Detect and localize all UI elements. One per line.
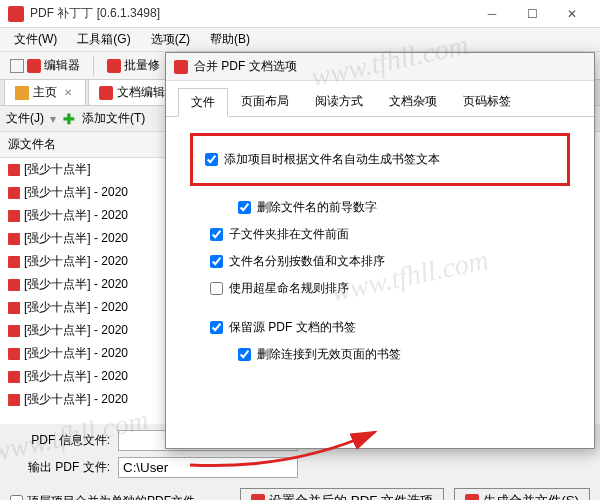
dialog-tabs: 文件 页面布局 阅读方式 文档杂项 页码标签 (166, 81, 594, 117)
file-name-text: [强少十点半] - 2020 (24, 253, 128, 270)
pdfinfo-label: PDF 信息文件: (10, 432, 110, 449)
window-controls: ─ ☐ ✕ (472, 1, 592, 27)
list-item[interactable]: [强少十点半] - 2020 (0, 365, 179, 388)
files-menu-label[interactable]: 文件(J) (6, 110, 44, 127)
file-panel: 源文件名 [强少十点半][强少十点半] - 2020[强少十点半] - 2020… (0, 132, 180, 424)
file-name-text: [强少十点半] - 2020 (24, 184, 128, 201)
toolbar-batch-label: 批量修 (124, 57, 160, 74)
list-item[interactable]: [强少十点半] - 2020 (0, 250, 179, 273)
doc-icon (99, 86, 113, 100)
pdf-icon (465, 494, 479, 500)
title-bar: PDF 补丁丁 [0.6.1.3498] ─ ☐ ✕ (0, 0, 600, 28)
tab-docedit[interactable]: 文档编辑 (88, 79, 176, 105)
pdf-icon (107, 59, 121, 73)
add-icon: ✚ (62, 112, 76, 126)
cb-keep-bm[interactable] (210, 321, 223, 334)
list-item[interactable]: [强少十点半] - 2020 (0, 273, 179, 296)
tab-home[interactable]: 主页 ✕ (4, 79, 86, 105)
list-item[interactable]: [强少十点半] - 2020 (0, 181, 179, 204)
cb-del-invalid[interactable] (238, 348, 251, 361)
dialog-tab-misc[interactable]: 文档杂项 (376, 87, 450, 116)
cb-sort-label: 文件名分别按数值和文本排序 (229, 253, 385, 270)
add-files-label[interactable]: 添加文件(T) (82, 110, 145, 127)
pdf-icon (251, 494, 265, 500)
pdf-icon (8, 302, 20, 314)
cb-trim-number-wrap[interactable]: 删除文件名的前导数字 (190, 194, 570, 221)
list-item[interactable]: [强少十点半] - 2020 (0, 296, 179, 319)
file-name-text: [强少十点半] - 2020 (24, 368, 128, 385)
toolbar-separator (93, 56, 94, 76)
cb-sort-wrap[interactable]: 文件名分别按数值和文本排序 (190, 248, 570, 275)
cb-cx-wrap[interactable]: 使用超星命名规则排序 (190, 275, 570, 302)
file-name-text: [强少十点半] - 2020 (24, 207, 128, 224)
file-name-text: [强少十点半] - 2020 (24, 391, 128, 408)
minimize-button[interactable]: ─ (472, 1, 512, 27)
menu-tools[interactable]: 工具箱(G) (67, 28, 140, 51)
dialog-tab-reading[interactable]: 阅读方式 (302, 87, 376, 116)
menu-options[interactable]: 选项(Z) (141, 28, 200, 51)
dialog-body: 添加项目时根据文件名自动生成书签文本 删除文件名的前导数字 子文件夹排在文件前面… (166, 117, 594, 448)
menu-file[interactable]: 文件(W) (4, 28, 67, 51)
merge-options-label: 设置合并后的 PDF 文件选项 (269, 492, 433, 500)
pdf-icon (27, 59, 41, 73)
pdf-icon (8, 371, 20, 383)
toolbar-editor-label: 编辑器 (44, 57, 80, 74)
pdf-icon (8, 394, 20, 406)
output-input[interactable] (118, 457, 298, 478)
window-title: PDF 补丁丁 [0.6.1.3498] (30, 5, 472, 22)
dialog-tab-file[interactable]: 文件 (178, 88, 228, 117)
tab-docedit-label: 文档编辑 (117, 84, 165, 101)
pdf-icon (8, 279, 20, 291)
cb-trim-number[interactable] (238, 201, 251, 214)
dialog-tab-pagelabel[interactable]: 页码标签 (450, 87, 524, 116)
pdf-icon (8, 164, 20, 176)
file-name-text: [强少十点半] - 2020 (24, 276, 128, 293)
pdf-icon (8, 210, 20, 222)
close-button[interactable]: ✕ (552, 1, 592, 27)
list-item[interactable]: [强少十点半] - 2020 (0, 319, 179, 342)
generate-label: 生成合并文件(S) (483, 492, 579, 500)
close-icon[interactable]: ✕ (61, 87, 75, 98)
toolbar-editor-button[interactable]: 编辑器 (4, 55, 86, 76)
menu-help[interactable]: 帮助(B) (200, 28, 260, 51)
dialog-title-text: 合并 PDF 文档选项 (194, 58, 297, 75)
output-row: 输出 PDF 文件: (10, 457, 590, 478)
generate-button[interactable]: 生成合并文件(S) (454, 488, 590, 500)
cb-cx-label: 使用超星命名规则排序 (229, 280, 349, 297)
list-item[interactable]: [强少十点半] - 2020 (0, 204, 179, 227)
highlighted-option: 添加项目时根据文件名自动生成书签文本 (190, 133, 570, 186)
cb-del-invalid-label: 删除连接到无效页面的书签 (257, 346, 401, 363)
button-row: 顶层项目合并为单独的PDF文件 设置合并后的 PDF 文件选项 生成合并文件(S… (0, 484, 600, 500)
pdf-icon (174, 60, 188, 74)
cb-cx[interactable] (210, 282, 223, 295)
cb-keep-bm-wrap[interactable]: 保留源 PDF 文档的书签 (190, 314, 570, 341)
list-item[interactable]: [强少十点半] - 2020 (0, 388, 179, 411)
file-list[interactable]: [强少十点半][强少十点半] - 2020[强少十点半] - 2020[强少十点… (0, 158, 179, 411)
file-panel-header: 源文件名 (0, 132, 179, 158)
cb-auto-bookmark-wrap[interactable]: 添加项目时根据文件名自动生成书签文本 (205, 146, 555, 173)
chevron-down-icon: ▾ (50, 112, 56, 126)
home-icon (15, 86, 29, 100)
cb-folder-front[interactable] (210, 228, 223, 241)
merge-options-button[interactable]: 设置合并后的 PDF 文件选项 (240, 488, 444, 500)
cb-keep-bm-label: 保留源 PDF 文档的书签 (229, 319, 356, 336)
list-item[interactable]: [强少十点半] - 2020 (0, 342, 179, 365)
file-name-text: [强少十点半] - 2020 (24, 322, 128, 339)
toplevel-checkbox[interactable] (10, 495, 23, 501)
cb-sort[interactable] (210, 255, 223, 268)
cb-folder-front-wrap[interactable]: 子文件夹排在文件前面 (190, 221, 570, 248)
cb-auto-bookmark[interactable] (205, 153, 218, 166)
maximize-button[interactable]: ☐ (512, 1, 552, 27)
toplevel-checkbox-wrap[interactable]: 顶层项目合并为单独的PDF文件 (10, 493, 195, 501)
toplevel-label: 顶层项目合并为单独的PDF文件 (27, 493, 195, 501)
output-label: 输出 PDF 文件: (10, 459, 110, 476)
toolbar-batch-button[interactable]: 批量修 (101, 55, 166, 76)
pdf-icon (8, 325, 20, 337)
list-item[interactable]: [强少十点半] (0, 158, 179, 181)
pdf-icon (8, 348, 20, 360)
list-item[interactable]: [强少十点半] - 2020 (0, 227, 179, 250)
cb-del-invalid-wrap[interactable]: 删除连接到无效页面的书签 (190, 341, 570, 368)
cb-auto-bookmark-label: 添加项目时根据文件名自动生成书签文本 (224, 151, 440, 168)
dialog-tab-layout[interactable]: 页面布局 (228, 87, 302, 116)
file-name-text: [强少十点半] - 2020 (24, 230, 128, 247)
